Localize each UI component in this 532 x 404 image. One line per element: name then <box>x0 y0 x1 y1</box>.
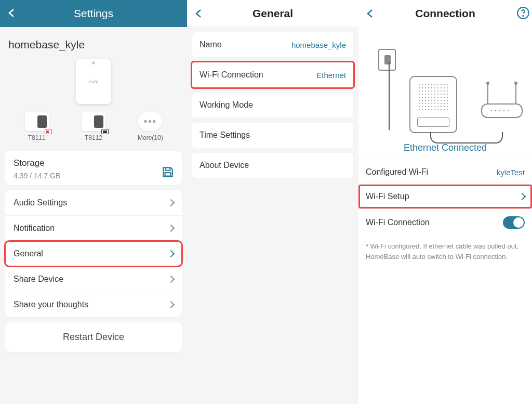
device-hub-image: eufy <box>0 55 187 107</box>
row-configured-wifi[interactable]: Configured Wi-Fi kyleTest <box>358 160 532 184</box>
row-value: Ethernet <box>316 71 346 80</box>
settings-panel: Settings homebase_kyle eufy T8111 T8112 … <box>0 0 187 404</box>
menu-label: Share Device <box>14 275 63 284</box>
row-time-settings[interactable]: Time Settings <box>192 123 353 148</box>
save-icon <box>161 165 175 181</box>
back-icon[interactable] <box>6 7 18 21</box>
chevron-right-icon <box>168 198 174 207</box>
device-name: homebase_kyle <box>0 27 187 55</box>
homebase-icon <box>409 76 457 133</box>
row-label: Working Mode <box>200 100 253 110</box>
settings-header: Settings <box>0 0 187 27</box>
menu-notification[interactable]: Notification <box>5 216 182 241</box>
more-icon: ••• <box>138 112 162 131</box>
row-name[interactable]: Name homebase_kyle <box>192 32 353 57</box>
menu-label: Audio Settings <box>14 198 67 207</box>
restart-label: Restart Device <box>63 332 124 342</box>
router-icon <box>481 103 523 118</box>
storage-label: Storage <box>14 158 174 168</box>
device-icons-row: T8111 T8112 ••• More(10) <box>0 107 187 146</box>
row-label: Name <box>200 40 222 49</box>
svg-point-2 <box>523 16 523 16</box>
connection-header: Connection <box>358 0 532 27</box>
connection-diagram <box>363 33 528 137</box>
menu-label: General <box>14 249 43 258</box>
camera-item-2[interactable]: T8112 <box>70 112 117 141</box>
svg-rect-0 <box>165 173 171 176</box>
row-wifi-setup[interactable]: Wi-Fi Setup <box>358 184 532 208</box>
general-header: General <box>187 0 358 27</box>
menu-label: Share your thoughts <box>14 300 88 309</box>
chevron-right-icon <box>168 275 174 284</box>
menu-share-thoughts[interactable]: Share your thoughts <box>5 292 182 317</box>
camera-icon <box>25 112 49 131</box>
storage-value: 4.39 / 14.7 GB <box>14 172 174 180</box>
row-label: About Device <box>200 161 249 170</box>
camera-item-1[interactable]: T8111 <box>14 112 60 141</box>
chevron-right-icon <box>168 300 174 309</box>
row-value: homebase_kyle <box>291 41 346 49</box>
row-wifi-connection[interactable]: Wi-Fi Connection Ethernet <box>192 62 353 87</box>
back-icon[interactable] <box>193 8 205 21</box>
power-outlet-icon <box>378 49 396 71</box>
restart-device-button[interactable]: Restart Device <box>5 322 182 352</box>
menu-audio-settings[interactable]: Audio Settings <box>5 190 182 216</box>
row-label: Wi-Fi Connection <box>366 218 430 227</box>
row-working-mode[interactable]: Working Mode <box>192 93 353 118</box>
general-title: General <box>187 7 358 20</box>
menu-label: Notification <box>14 224 55 233</box>
camera-label: T8111 <box>28 134 46 141</box>
row-label: Wi-Fi Setup <box>366 192 409 201</box>
wifi-note: * Wi-Fi configured. If ethernet cable wa… <box>358 236 532 267</box>
connection-title: Connection <box>358 7 532 20</box>
camera-label: T8112 <box>85 134 102 141</box>
wifi-toggle[interactable] <box>503 216 525 229</box>
settings-menu: Audio Settings Notification General Shar… <box>5 190 182 317</box>
chevron-right-icon <box>168 224 174 233</box>
more-item[interactable]: ••• More(10) <box>127 112 174 141</box>
row-value: kyleTest <box>497 168 525 177</box>
chevron-right-icon <box>520 192 525 201</box>
more-label: More(10) <box>138 134 163 141</box>
settings-title: Settings <box>0 7 187 20</box>
row-label: Time Settings <box>200 131 250 140</box>
row-wifi-connection-toggle: Wi-Fi Connection <box>358 208 532 236</box>
row-label: Configured Wi-Fi <box>366 167 428 177</box>
menu-general[interactable]: General <box>5 241 182 267</box>
menu-share-device[interactable]: Share Device <box>5 267 182 292</box>
connection-panel: Connection Ethernet Connected Configured… <box>358 0 532 404</box>
row-about-device[interactable]: About Device <box>192 153 353 178</box>
back-icon[interactable] <box>365 8 376 21</box>
chevron-right-icon <box>168 249 174 258</box>
storage-card[interactable]: Storage 4.39 / 14.7 GB <box>5 151 182 185</box>
row-label: Wi-Fi Connection <box>200 70 263 80</box>
camera-icon <box>82 112 105 131</box>
help-icon[interactable] <box>516 6 530 22</box>
general-panel: General Name homebase_kyle Wi-Fi Connect… <box>187 0 358 404</box>
